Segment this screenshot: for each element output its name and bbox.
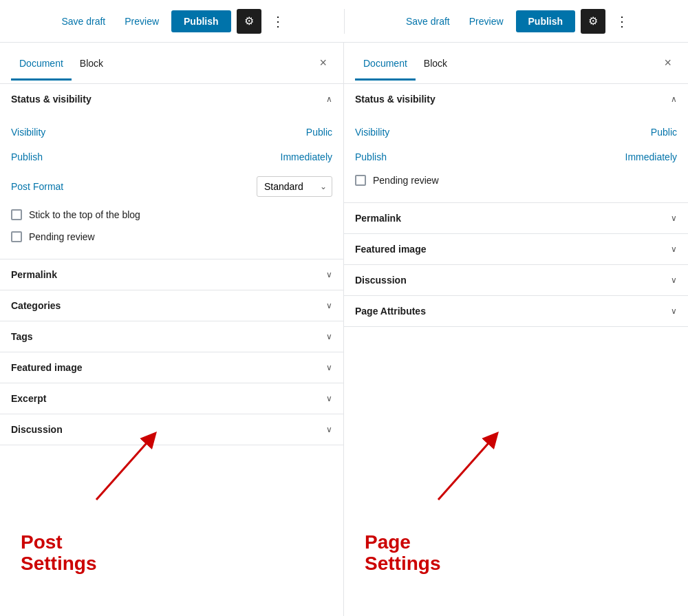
chevron-down-tags-left: ∨ bbox=[326, 332, 332, 341]
chevron-down-categories-left: ∨ bbox=[326, 301, 332, 310]
section-header-discussion-right[interactable]: Discussion ∨ bbox=[344, 265, 688, 295]
more-button-right[interactable]: ⋮ bbox=[611, 10, 634, 32]
chevron-down-discussion-left: ∨ bbox=[326, 425, 332, 434]
chevron-down-permalink-left: ∨ bbox=[326, 270, 332, 279]
chevron-down-excerpt-left: ∨ bbox=[326, 394, 332, 403]
page-settings-label: Page Settings bbox=[365, 532, 440, 575]
close-panel-right[interactable]: × bbox=[658, 53, 677, 73]
visibility-row-left: Visibility Public bbox=[11, 120, 332, 145]
chevron-down-permalink-right: ∨ bbox=[671, 213, 677, 223]
pending-review-checkbox-row-left: Pending review bbox=[11, 226, 332, 248]
publish-row-left: Publish Immediately bbox=[11, 145, 332, 169]
post-format-row-left: Post Format Standard Aside Image Video Q… bbox=[11, 169, 332, 204]
close-panel-left[interactable]: × bbox=[314, 53, 332, 73]
post-format-label-left: Post Format bbox=[11, 181, 63, 192]
pending-review-label-right: Pending review bbox=[373, 175, 439, 186]
section-header-permalink-right[interactable]: Permalink ∨ bbox=[344, 203, 688, 233]
section-categories-left: Categories ∨ bbox=[0, 290, 343, 321]
publish-row-right: Publish Immediately bbox=[355, 145, 677, 169]
save-draft-button-left[interactable]: Save draft bbox=[54, 12, 112, 31]
tab-document-left[interactable]: Document bbox=[11, 47, 72, 80]
section-status-left: Status & visibility ∧ Visibility Public … bbox=[0, 84, 343, 259]
section-header-status-right[interactable]: Status & visibility ∧ bbox=[344, 84, 688, 114]
post-format-select[interactable]: Standard Aside Image Video Quote Link bbox=[257, 176, 332, 197]
gear-button-right[interactable]: ⚙ bbox=[581, 9, 605, 34]
chevron-down-page-attrs-right: ∨ bbox=[671, 306, 677, 316]
section-permalink-left: Permalink ∨ bbox=[0, 259, 343, 290]
stick-top-checkbox-row: Stick to the top of the blog bbox=[11, 204, 332, 226]
section-header-page-attributes-right[interactable]: Page Attributes ∨ bbox=[344, 296, 688, 326]
section-header-status-left[interactable]: Status & visibility ∧ bbox=[0, 84, 343, 114]
section-featured-image-left: Featured image ∨ bbox=[0, 352, 343, 383]
tab-block-left[interactable]: Block bbox=[72, 47, 111, 80]
gear-icon-left: ⚙ bbox=[244, 14, 254, 28]
section-page-attributes-right: Page Attributes ∨ bbox=[344, 296, 688, 327]
svg-line-0 bbox=[96, 438, 151, 500]
publish-value-left[interactable]: Immediately bbox=[281, 151, 332, 162]
section-permalink-right: Permalink ∨ bbox=[344, 203, 688, 234]
visibility-label-right[interactable]: Visibility bbox=[355, 127, 389, 138]
chevron-up-status-right: ∧ bbox=[671, 94, 677, 104]
visibility-label-left[interactable]: Visibility bbox=[11, 127, 45, 138]
publish-label-right[interactable]: Publish bbox=[355, 151, 387, 162]
visibility-value-right[interactable]: Public bbox=[651, 127, 677, 138]
section-tags-left: Tags ∨ bbox=[0, 321, 343, 352]
pending-review-checkbox-left[interactable] bbox=[11, 231, 22, 242]
publish-button-right[interactable]: Publish bbox=[516, 10, 576, 32]
publish-label-left[interactable]: Publish bbox=[11, 151, 43, 162]
section-header-permalink-left[interactable]: Permalink ∨ bbox=[0, 259, 343, 290]
section-header-tags-left[interactable]: Tags ∨ bbox=[0, 321, 343, 352]
gear-button-left[interactable]: ⚙ bbox=[237, 9, 261, 34]
svg-line-1 bbox=[438, 438, 493, 500]
section-featured-image-right: Featured image ∨ bbox=[344, 234, 688, 265]
section-header-featured-image-left[interactable]: Featured image ∨ bbox=[0, 352, 343, 383]
visibility-value-left[interactable]: Public bbox=[306, 127, 332, 138]
preview-button-right[interactable]: Preview bbox=[462, 12, 510, 31]
pending-review-label-left: Pending review bbox=[29, 231, 95, 242]
more-button-left[interactable]: ⋮ bbox=[267, 10, 290, 32]
section-status-right: Status & visibility ∧ Visibility Public … bbox=[344, 84, 688, 203]
section-discussion-right: Discussion ∨ bbox=[344, 265, 688, 296]
pending-review-checkbox-right[interactable] bbox=[355, 175, 366, 186]
tab-block-right[interactable]: Block bbox=[416, 47, 455, 80]
tab-document-right[interactable]: Document bbox=[355, 47, 416, 80]
arrow-post-settings bbox=[89, 424, 172, 509]
post-format-select-wrap[interactable]: Standard Aside Image Video Quote Link ⌄ bbox=[257, 176, 332, 197]
chevron-up-status-left: ∧ bbox=[326, 94, 332, 104]
pending-review-checkbox-row-right: Pending review bbox=[355, 169, 677, 191]
publish-button-left[interactable]: Publish bbox=[171, 10, 231, 32]
section-header-featured-image-right[interactable]: Featured image ∨ bbox=[344, 234, 688, 264]
chevron-down-featured-right: ∨ bbox=[671, 244, 677, 254]
visibility-row-right: Visibility Public bbox=[355, 120, 677, 145]
gear-icon-right: ⚙ bbox=[588, 14, 598, 28]
arrow-page-settings bbox=[431, 424, 514, 509]
stick-top-label: Stick to the top of the blog bbox=[29, 209, 140, 220]
section-header-categories-left[interactable]: Categories ∨ bbox=[0, 290, 343, 321]
publish-value-right[interactable]: Immediately bbox=[625, 151, 677, 162]
save-draft-button-right[interactable]: Save draft bbox=[399, 12, 457, 31]
stick-top-checkbox[interactable] bbox=[11, 209, 22, 220]
section-excerpt-left: Excerpt ∨ bbox=[0, 383, 343, 414]
chevron-down-discussion-right: ∨ bbox=[671, 275, 677, 285]
section-header-excerpt-left[interactable]: Excerpt ∨ bbox=[0, 383, 343, 414]
post-settings-label: Post Settings bbox=[21, 532, 96, 575]
chevron-down-featured-left: ∨ bbox=[326, 363, 332, 372]
preview-button-left[interactable]: Preview bbox=[118, 12, 166, 31]
